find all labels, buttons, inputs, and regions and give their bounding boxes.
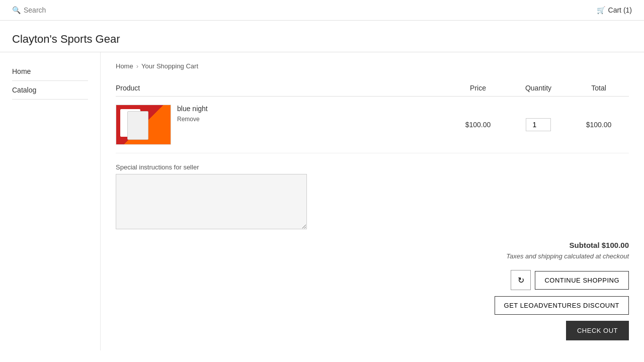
- refresh-button[interactable]: ↻: [511, 270, 531, 290]
- top-bar: 🔍 🛒 Cart (1): [0, 0, 644, 21]
- breadcrumb-current: Your Shopping Cart: [141, 62, 198, 70]
- col-header-product: Product: [116, 84, 448, 92]
- search-icon: 🔍: [12, 6, 21, 14]
- subtotal-line: Subtotal $100.00: [116, 241, 629, 249]
- product-total: $100.00: [569, 121, 629, 129]
- quantity-input[interactable]: [526, 118, 551, 131]
- product-cell: blue night Remove: [116, 105, 448, 145]
- search-input[interactable]: [24, 6, 112, 14]
- special-instructions-input[interactable]: [116, 174, 307, 229]
- site-title: Clayton's Sports Gear: [12, 33, 632, 46]
- special-instructions: Special instructions for seller: [116, 163, 629, 231]
- table-row: blue night Remove $100.00 $100.00: [116, 97, 629, 153]
- sidebar: Home Catalog: [0, 52, 101, 350]
- cart-area[interactable]: 🛒 Cart (1): [597, 6, 632, 14]
- refresh-icon: ↻: [518, 276, 524, 285]
- breadcrumb: Home › Your Shopping Cart: [116, 62, 629, 70]
- main-layout: Home Catalog Home › Your Shopping Cart P…: [0, 52, 644, 350]
- site-title-bar: Clayton's Sports Gear: [0, 21, 644, 52]
- cart-label: Cart (1): [608, 6, 632, 14]
- col-header-price: Price: [448, 84, 508, 92]
- actions-row: ↻ CONTINUE SHOPPING: [116, 270, 629, 290]
- sidebar-item-catalog[interactable]: Catalog: [12, 81, 88, 100]
- breadcrumb-home[interactable]: Home: [116, 62, 133, 70]
- product-name: blue night: [177, 105, 208, 113]
- discount-button[interactable]: GET LEOADVENTURES DISCOUNT: [495, 296, 629, 315]
- content-area: Home › Your Shopping Cart Product Price …: [101, 52, 644, 350]
- col-header-quantity: Quantity: [508, 84, 569, 92]
- col-header-total: Total: [569, 84, 629, 92]
- search-area: 🔍: [12, 6, 112, 14]
- product-image: [116, 105, 171, 145]
- continue-shopping-button[interactable]: CONTINUE SHOPPING: [535, 271, 629, 290]
- discount-row: GET LEOADVENTURES DISCOUNT: [116, 296, 629, 321]
- cart-table-header: Product Price Quantity Total: [116, 80, 629, 97]
- product-price: $100.00: [448, 121, 508, 129]
- cart-icon: 🛒: [597, 6, 605, 14]
- breadcrumb-separator: ›: [136, 62, 138, 70]
- product-quantity-cell: [508, 118, 569, 131]
- cart-summary: Subtotal $100.00 Taxes and shipping calc…: [116, 241, 629, 340]
- tax-line: Taxes and shipping calculated at checkou…: [116, 252, 629, 260]
- remove-link[interactable]: Remove: [177, 116, 208, 123]
- special-instructions-label: Special instructions for seller: [116, 163, 629, 171]
- sidebar-item-home[interactable]: Home: [12, 62, 88, 81]
- checkout-button[interactable]: CHECK OUT: [566, 321, 629, 340]
- product-info: blue night Remove: [177, 105, 208, 123]
- product-image-inner: [116, 105, 171, 144]
